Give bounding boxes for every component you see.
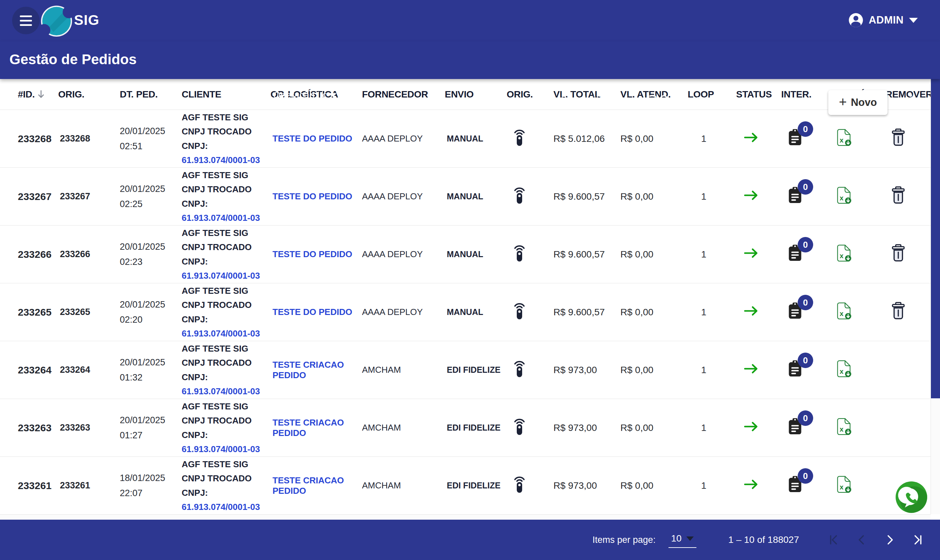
excel-download-button[interactable]: x — [837, 243, 852, 263]
fornecedor-cell: AMCHAM — [362, 480, 445, 491]
periodo-inicial-field[interactable]: Período ini... — [561, 92, 606, 107]
last-page-button[interactable] — [911, 533, 925, 546]
atualizar-label: Atualizar — [695, 95, 735, 106]
order-date: 20/01/2025 01:32 — [120, 355, 182, 385]
interactions-button[interactable]: 0 — [787, 244, 804, 263]
svg-text:x: x — [840, 426, 844, 433]
novo-button[interactable]: + Novo — [828, 90, 888, 115]
app-bar: SIG ADMIN — [0, 0, 940, 42]
fornecedor-cell: AMCHAM — [362, 423, 445, 433]
fornecedor-cell: AAAA DEPLOY — [362, 191, 445, 202]
vl-total-cell: R$ 973,00 — [553, 365, 620, 375]
table-row: 233266 233266 20/01/2025 02:23 AGF TESTE… — [0, 226, 931, 283]
vl-atend-cell: R$ 0,00 — [620, 307, 688, 318]
op-logistica-link[interactable]: TESTE DO PEDIDO — [273, 307, 352, 317]
order-id: 233266 — [18, 249, 58, 260]
fornecedor-cell: AMCHAM — [362, 365, 445, 375]
sort-descending-icon — [37, 90, 45, 99]
cnpj-label: CNPJ: — [182, 314, 208, 325]
envio-cell: MANUAL — [445, 134, 507, 143]
client-cnpj-link[interactable]: 61.913.074/0001-03 — [182, 386, 260, 396]
status-arrow-icon[interactable] — [744, 189, 759, 202]
operacao-logistica-select[interactable]: Operação Logística — [273, 88, 336, 103]
excel-download-button[interactable]: x — [837, 417, 852, 437]
op-logistica-link[interactable]: TESTE CRIACAO PEDIDO — [273, 417, 344, 438]
clear-filter-button[interactable]: ✕ — [338, 97, 348, 109]
next-page-button[interactable] — [883, 533, 897, 546]
status-arrow-icon[interactable] — [744, 478, 759, 491]
interactions-button[interactable]: 0 — [787, 186, 804, 205]
svg-text:x: x — [840, 194, 844, 202]
client-cnpj-link[interactable]: 61.913.074/0001-03 — [182, 502, 260, 512]
status-cell — [736, 246, 781, 262]
excel-download-button[interactable]: x — [837, 128, 852, 148]
column-header-id[interactable]: #ID. — [18, 89, 58, 100]
column-header-dtped[interactable]: DT. PED. — [120, 89, 182, 100]
excel-download-button[interactable]: x — [837, 474, 852, 494]
chevron-down-icon — [433, 99, 440, 103]
column-header-status[interactable]: STATUS — [736, 89, 781, 100]
client-cnpj-link[interactable]: 61.913.074/0001-03 — [182, 213, 260, 223]
status-arrow-icon[interactable] — [744, 304, 759, 318]
remove-order-button[interactable] — [891, 244, 906, 263]
envio-cell: EDI FIDELIZE — [445, 365, 507, 375]
op-logistica-link[interactable]: TESTE DO PEDIDO — [273, 191, 352, 202]
search-button[interactable] — [658, 94, 672, 108]
refresh-icon — [678, 94, 691, 107]
column-header-orig[interactable]: ORIG. — [58, 89, 120, 100]
periodo-final-field[interactable]: Período final — [612, 92, 657, 107]
op-logistica-link[interactable]: TESTE DO PEDIDO — [273, 134, 352, 143]
vertical-scrollbar-track[interactable] — [931, 79, 940, 514]
op-logistica-link[interactable]: TESTE CRIACAO PEDIDO — [273, 475, 344, 496]
search-icon — [658, 94, 672, 108]
remove-order-button[interactable] — [891, 128, 906, 147]
relatorio-cell: x — [829, 417, 886, 439]
vl-total-cell: R$ 9.600,57 — [553, 249, 620, 260]
previous-page-button[interactable] — [855, 533, 868, 546]
loop-cell: 1 — [688, 191, 736, 202]
client-cnpj-link[interactable]: 61.913.074/0001-03 — [182, 444, 260, 454]
column-header-orig-icon[interactable]: ORIG. — [507, 89, 553, 100]
status-arrow-icon[interactable] — [744, 246, 759, 260]
table-header-row: #ID. ORIG. DT. PED. CLIENTE OP. LOGÍSTIC… — [0, 79, 931, 110]
column-header-cliente[interactable]: CLIENTE — [182, 89, 270, 100]
brand-name: SIG — [74, 12, 99, 28]
items-per-page-select[interactable]: 10 — [668, 532, 696, 548]
remove-order-button[interactable] — [891, 302, 906, 320]
interactions-button[interactable]: 0 — [787, 302, 804, 320]
client-cnpj-link[interactable]: 61.913.074/0001-03 — [182, 328, 260, 338]
op-logistica-link[interactable]: TESTE CRIACAO PEDIDO — [273, 360, 344, 380]
client-name: AGF TESTE SIG CNPJ TROCADO — [182, 402, 252, 426]
more-options-button[interactable] — [906, 91, 915, 112]
excel-download-button[interactable]: x — [837, 301, 852, 321]
status-select[interactable]: Status Todos — [352, 85, 440, 111]
interactions-button[interactable]: 0 — [787, 475, 804, 494]
remove-order-button[interactable] — [891, 186, 906, 205]
atualizar-button[interactable]: Atualizar — [678, 94, 735, 107]
excel-download-button[interactable]: x — [837, 185, 852, 205]
client-cnpj-link[interactable]: 61.913.074/0001-03 — [182, 271, 260, 281]
status-arrow-icon[interactable] — [744, 420, 759, 433]
column-header-inter[interactable]: INTER. — [781, 89, 829, 100]
horizontal-scrollbar-track[interactable] — [0, 514, 931, 520]
interactions-button[interactable]: 0 — [787, 128, 804, 147]
order-date: 20/01/2025 01:27 — [120, 413, 182, 443]
status-arrow-icon[interactable] — [744, 362, 759, 375]
column-header-envio[interactable]: ENVIO — [445, 89, 507, 100]
page-navigation — [827, 533, 925, 546]
interactions-button[interactable]: 0 — [787, 417, 804, 436]
excel-download-button[interactable]: x — [837, 358, 852, 379]
hamburger-menu-button[interactable] — [12, 7, 40, 34]
first-page-button[interactable] — [827, 533, 840, 546]
whatsapp-button[interactable] — [895, 480, 928, 514]
user-menu[interactable]: ADMIN — [849, 13, 918, 28]
client-cnpj-link[interactable]: 61.913.074/0001-03 — [182, 155, 260, 165]
vertical-scrollbar-thumb[interactable] — [931, 79, 940, 398]
status-cell — [736, 131, 781, 146]
interactions-button[interactable]: 0 — [787, 359, 804, 378]
client-cell: AGF TESTE SIG CNPJ TROCADO CNPJ: 61.913.… — [182, 399, 270, 456]
table-row: 233268 233268 20/01/2025 02:51 AGF TESTE… — [0, 110, 931, 168]
op-logistica-link[interactable]: TESTE DO PEDIDO — [273, 249, 352, 259]
origin-cell — [507, 186, 553, 207]
status-arrow-icon[interactable] — [744, 131, 759, 144]
